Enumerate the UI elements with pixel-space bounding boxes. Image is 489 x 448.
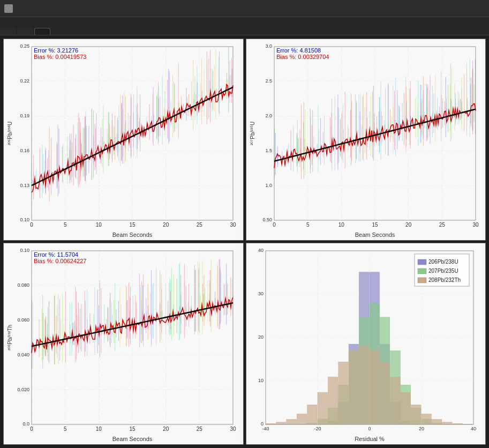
chart-top-right bbox=[246, 39, 486, 241]
tab-downhole-fractionation[interactable] bbox=[34, 28, 50, 35]
tab-bar bbox=[0, 17, 489, 35]
main-content bbox=[0, 35, 489, 448]
tab-trace-elements[interactable] bbox=[0, 28, 16, 35]
maximize-button[interactable] bbox=[454, 3, 469, 14]
canvas-top-right bbox=[246, 39, 482, 241]
chart-top-left bbox=[3, 39, 244, 241]
canvas-top-left bbox=[4, 39, 239, 241]
canvas-bottom-right bbox=[246, 243, 482, 445]
chart-bottom-right bbox=[246, 243, 486, 445]
window-controls[interactable] bbox=[438, 3, 485, 14]
title-bar-left bbox=[4, 4, 16, 13]
canvas-bottom-left bbox=[4, 243, 239, 445]
tab-upb-concordia[interactable] bbox=[17, 28, 33, 35]
title-bar bbox=[0, 0, 489, 17]
chart-bottom-left bbox=[3, 243, 244, 445]
app-icon bbox=[4, 4, 13, 13]
close-button[interactable] bbox=[470, 3, 485, 14]
minimize-button[interactable] bbox=[438, 3, 453, 14]
